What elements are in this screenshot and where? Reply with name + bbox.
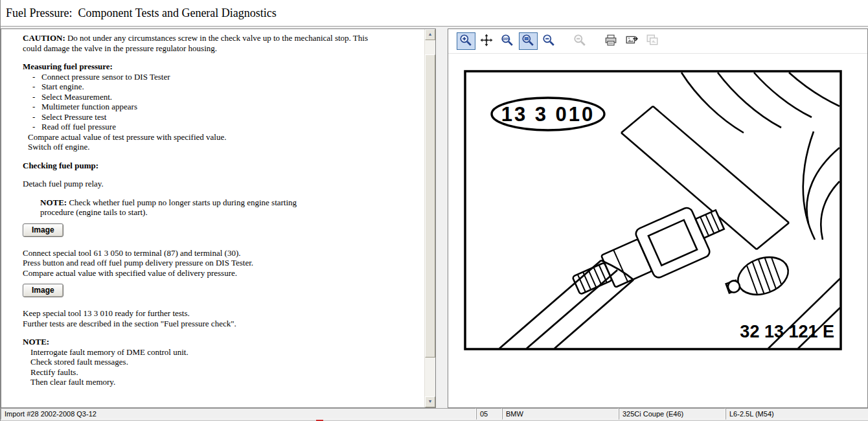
scrollbar-thumb[interactable]: [425, 54, 435, 358]
zoom-out-button[interactable]: [571, 32, 589, 50]
scroll-down-button[interactable]: ▼: [425, 396, 435, 407]
list-item: Multimeter function appears: [32, 102, 418, 112]
technical-illustration[interactable]: 13 3 010 32 13 121 E: [464, 70, 842, 350]
scroll-down-icon: ▼: [428, 399, 433, 404]
zoom-in-icon: [459, 34, 472, 49]
tool-number-label: 13 3 010: [501, 103, 595, 126]
app-window: Fuel Pressure: Component Tests and Gener…: [0, 0, 868, 421]
image-export-button[interactable]: [622, 32, 641, 50]
paragraph-line: Compare actual value with specified valu…: [23, 268, 418, 279]
note-label: NOTE:: [40, 198, 67, 207]
status-code: 05: [476, 408, 502, 420]
caution-paragraph: CAUTION: Do not under any circumstances …: [23, 33, 385, 53]
pan-icon: [480, 34, 493, 49]
measuring-tail-line: Switch off engine.: [28, 142, 418, 152]
svg-text:100%: 100%: [502, 36, 511, 40]
status-import: Import #28 2002-2008 Q3-12: [1, 408, 476, 420]
scrollbar-track[interactable]: [425, 40, 435, 396]
zoom-100-button[interactable]: 100%: [498, 32, 517, 50]
status-model: 325Ci Coupe (E46): [619, 408, 725, 420]
print-button[interactable]: [602, 32, 621, 50]
caution-label: CAUTION:: [23, 33, 65, 43]
image-button[interactable]: Image: [23, 284, 63, 297]
further-tests-paragraph: Keep special tool 13 3 010 ready for fur…: [23, 308, 418, 328]
caution-text: Do not under any circumstances screw in …: [23, 33, 368, 53]
tool-number-callout: 13 3 010: [492, 98, 604, 130]
paragraph-line: Connect special tool 61 3 050 to termina…: [23, 248, 418, 258]
list-item: Then clear fault memory.: [30, 377, 418, 387]
zoom-dynamic-button[interactable]: [540, 32, 558, 50]
paragraph-line: Press button and read off fuel pump deli…: [23, 258, 418, 268]
drawing-part-number: 32 13 121 E: [740, 322, 834, 341]
paragraph-line: Keep special tool 13 3 010 ready for fur…: [23, 308, 418, 319]
tool-paragraph: Connect special tool 61 3 050 to termina…: [23, 248, 418, 279]
list-item: Check stored fault messages.: [30, 357, 418, 367]
image-button[interactable]: Image: [23, 223, 63, 237]
list-item: Select Pressure test: [32, 112, 418, 122]
pan-button[interactable]: [477, 32, 496, 50]
note2-list: Interrogate fault memory of DME control …: [30, 347, 418, 387]
zoom-in-button[interactable]: [457, 32, 475, 50]
list-item: Select Measurement.: [32, 92, 418, 102]
scroll-up-icon: ▲: [428, 32, 433, 37]
list-item: Read off fuel pressure: [32, 122, 418, 132]
status-engine: L6-2.5L (M54): [725, 408, 868, 420]
pane-divider: [436, 28, 448, 408]
scroll-up-button[interactable]: ▲: [425, 29, 435, 40]
vertical-scrollbar[interactable]: ▲ ▼: [424, 29, 435, 407]
document-content: CAUTION: Do not under any circumstances …: [1, 29, 424, 407]
image-copy-button[interactable]: [643, 32, 662, 50]
main-split: CAUTION: Do not under any circumstances …: [1, 27, 868, 408]
list-item: Connect pressure sensor to DIS Tester: [32, 72, 418, 82]
zoom-out-icon: [573, 34, 586, 49]
list-item: Rectify faults.: [30, 367, 418, 378]
status-bar: Import #28 2002-2008 Q3-12 05 BMW 325Ci …: [1, 408, 868, 420]
image-area: 13 3 010 32 13 121 E: [448, 54, 867, 407]
document-pane: CAUTION: Do not under any circumstances …: [1, 28, 436, 408]
print-icon: [604, 34, 617, 49]
zoom-dynamic-icon: [542, 34, 555, 49]
checking-heading: Checking fuel pump:: [23, 161, 418, 171]
note-paragraph: NOTE: Check whether fuel pump no longer …: [40, 198, 324, 218]
measuring-heading: Measuring fuel pressure:: [23, 62, 418, 72]
illustration-pane: 100%: [448, 28, 868, 408]
page-title: Fuel Pressure: Component Tests and Gener…: [1, 0, 868, 27]
paragraph-line: Further tests are described in the secti…: [23, 319, 418, 329]
list-item: Interrogate fault memory of DME control …: [30, 347, 418, 358]
note-text: Check whether fuel pump no longer starts…: [40, 198, 297, 218]
note2-label: NOTE:: [23, 337, 418, 347]
zoom-window-icon: [521, 34, 534, 49]
measuring-tail-line: Compare actual value of test pressure wi…: [28, 132, 418, 142]
image-toolbar: 100%: [448, 29, 867, 54]
status-make: BMW: [502, 408, 619, 420]
zoom-window-button[interactable]: [519, 32, 538, 50]
list-item: Start engine.: [32, 82, 418, 92]
image-export-icon: [625, 34, 638, 49]
detach-text: Detach fuel pump relay.: [23, 179, 418, 189]
image-copy-icon: [646, 34, 659, 49]
zoom-100-icon: 100%: [501, 34, 514, 49]
measuring-list: Connect pressure sensor to DIS Tester St…: [32, 72, 418, 132]
